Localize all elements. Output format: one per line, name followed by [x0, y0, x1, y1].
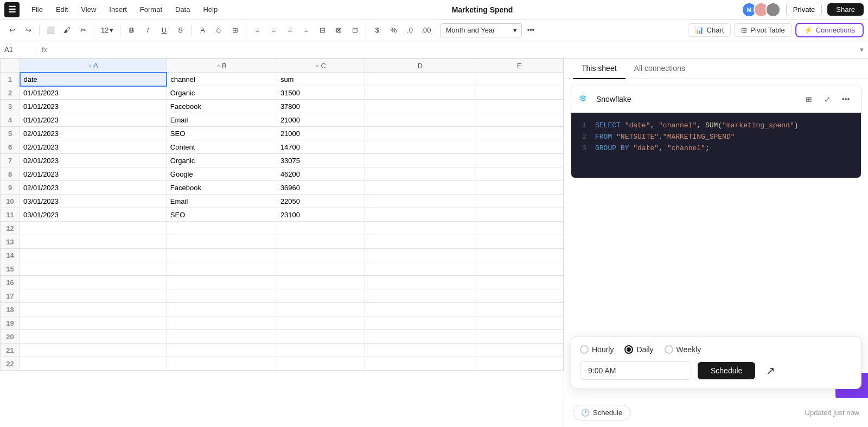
row-number-18[interactable]: 18 [1, 303, 20, 316]
cell-r1-A[interactable]: date [20, 73, 167, 86]
row-number-14[interactable]: 14 [1, 249, 20, 262]
cell-r10-E[interactable] [475, 195, 564, 208]
cell-r9-B[interactable]: Facebook [167, 181, 277, 195]
highlight-button[interactable]: ◇ [211, 23, 226, 38]
menu-help[interactable]: Help [197, 3, 223, 16]
cell-r6-C[interactable]: 14700 [277, 140, 365, 154]
cell-r7-C[interactable]: 33075 [277, 154, 365, 167]
cell-r16-D[interactable] [365, 276, 475, 289]
cell-r21-A[interactable] [20, 344, 167, 357]
app-logo[interactable]: ☰ [4, 2, 20, 17]
row-number-3[interactable]: 3 [1, 100, 20, 113]
cell-r13-B[interactable] [167, 235, 277, 249]
cell-r4-D[interactable] [365, 113, 475, 127]
cell-r13-E[interactable] [475, 235, 564, 249]
cell-r22-C[interactable] [277, 357, 365, 371]
cell-r3-B[interactable]: Facebook [167, 100, 277, 113]
row-number-17[interactable]: 17 [1, 289, 20, 303]
cell-r4-B[interactable]: Email [167, 113, 277, 127]
private-button[interactable]: Private [786, 3, 822, 16]
paint-format-button[interactable]: 🖌 [59, 23, 74, 38]
cell-r18-D[interactable] [365, 303, 475, 316]
cell-r18-E[interactable] [475, 303, 564, 316]
cell-r18-A[interactable] [20, 303, 167, 316]
cell-r22-B[interactable] [167, 357, 277, 371]
row-number-12[interactable]: 12 [1, 222, 20, 235]
row-number-5[interactable]: 5 [1, 127, 20, 140]
cell-r13-C[interactable] [277, 235, 365, 249]
cell-r10-A[interactable]: 03/01/2023 [20, 195, 167, 208]
underline-button[interactable]: U [156, 23, 171, 38]
col-header-e[interactable]: E [475, 59, 564, 73]
cell-r11-E[interactable] [475, 208, 564, 222]
cell-r8-E[interactable] [475, 167, 564, 181]
cell-r12-E[interactable] [475, 222, 564, 235]
cell-r21-E[interactable] [475, 344, 564, 357]
cell-r12-A[interactable] [20, 222, 167, 235]
cell-r9-D[interactable] [365, 181, 475, 195]
percent-button[interactable]: % [386, 23, 401, 38]
schedule-confirm-button[interactable]: Schedule [698, 362, 755, 379]
cell-r9-C[interactable]: 36960 [277, 181, 365, 195]
cell-r16-E[interactable] [475, 276, 564, 289]
cell-r22-E[interactable] [475, 357, 564, 371]
menu-format[interactable]: Format [135, 3, 168, 16]
cell-r13-D[interactable] [365, 235, 475, 249]
row-number-9[interactable]: 9 [1, 181, 20, 195]
col-header-c[interactable]: ⟐ C [277, 59, 365, 73]
weekly-radio[interactable] [665, 345, 673, 354]
borders-button[interactable]: ⊞ [227, 23, 242, 38]
pivot-table-button[interactable]: ⊞ Pivot Table [734, 23, 792, 37]
cell-r18-B[interactable] [167, 303, 277, 316]
cell-r3-C[interactable]: 37800 [277, 100, 365, 113]
row-number-1[interactable]: 1 [1, 73, 20, 86]
cell-r2-E[interactable] [475, 86, 564, 100]
row-number-8[interactable]: 8 [1, 167, 20, 181]
cell-r12-B[interactable] [167, 222, 277, 235]
cell-r2-A[interactable]: 01/01/2023 [20, 86, 167, 100]
cell-r13-A[interactable] [20, 235, 167, 249]
grid-container[interactable]: ⟐ A ⟐ B ⟐ [0, 59, 564, 427]
cell-r15-C[interactable] [277, 262, 365, 276]
bold-button[interactable]: B [124, 23, 139, 38]
row-number-6[interactable]: 6 [1, 140, 20, 154]
menu-insert[interactable]: Insert [104, 3, 132, 16]
share-button[interactable]: Share [827, 3, 864, 16]
cell-r20-D[interactable] [365, 330, 475, 344]
text-format-button[interactable]: A [195, 23, 210, 38]
cell-r19-E[interactable] [475, 316, 564, 330]
cell-r1-B[interactable]: channel [167, 73, 277, 86]
cell-r5-B[interactable]: SEO [167, 127, 277, 140]
cell-formula-input[interactable] [54, 46, 857, 54]
font-size-selector[interactable]: 12 ▾ [98, 26, 117, 34]
row-number-15[interactable]: 15 [1, 262, 20, 276]
italic-button[interactable]: I [140, 23, 155, 38]
cell-r6-E[interactable] [475, 140, 564, 154]
menu-data[interactable]: Data [170, 3, 195, 16]
cell-r3-A[interactable]: 01/01/2023 [20, 100, 167, 113]
more-options-button[interactable]: ••• [523, 23, 538, 38]
scissors-button[interactable]: ✂ [75, 23, 91, 38]
valign-bottom-button[interactable]: ⊠ [331, 23, 346, 38]
valign-top-button[interactable]: ⊡ [347, 23, 362, 38]
row-number-10[interactable]: 10 [1, 195, 20, 208]
cell-r7-E[interactable] [475, 154, 564, 167]
row-number-2[interactable]: 2 [1, 86, 20, 100]
cell-r21-B[interactable] [167, 344, 277, 357]
cell-r11-A[interactable]: 03/01/2023 [20, 208, 167, 222]
cell-r21-C[interactable] [277, 344, 365, 357]
cell-r17-B[interactable] [167, 289, 277, 303]
cell-r1-E[interactable] [475, 73, 564, 86]
cell-r17-C[interactable] [277, 289, 365, 303]
cell-r14-E[interactable] [475, 249, 564, 262]
cell-r15-A[interactable] [20, 262, 167, 276]
row-number-7[interactable]: 7 [1, 154, 20, 167]
row-number-4[interactable]: 4 [1, 113, 20, 127]
cell-r20-E[interactable] [475, 330, 564, 344]
cell-r14-B[interactable] [167, 249, 277, 262]
cell-r19-B[interactable] [167, 316, 277, 330]
cell-r17-A[interactable] [20, 289, 167, 303]
cell-r6-D[interactable] [365, 140, 475, 154]
cell-r11-D[interactable] [365, 208, 475, 222]
tab-all-connections[interactable]: All connections [626, 59, 694, 79]
